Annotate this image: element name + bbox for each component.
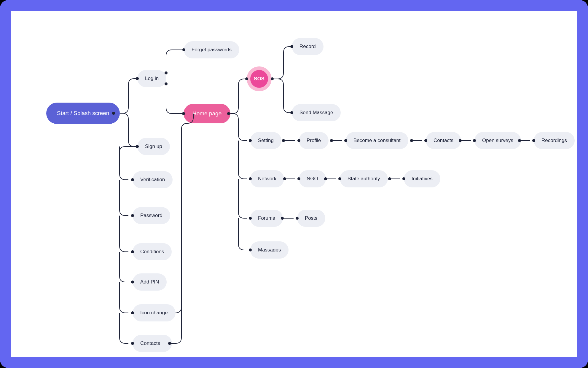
port-dot xyxy=(297,139,300,142)
port-dot xyxy=(410,139,413,142)
port-dot xyxy=(131,250,134,253)
node-network[interactable]: Network xyxy=(250,170,284,187)
node-signup[interactable]: Sign up xyxy=(137,138,170,155)
port-dot xyxy=(168,342,171,345)
node-start[interactable]: Start / Splash screen xyxy=(46,103,120,124)
port-dot xyxy=(249,139,252,142)
node-verification[interactable]: Verification xyxy=(133,171,173,188)
port-dot xyxy=(249,177,252,180)
diagram-canvas: Start / Splash screen Log in Sign up For… xyxy=(11,11,577,357)
node-conditions[interactable]: Conditions xyxy=(133,243,172,260)
node-label: Start / Splash screen xyxy=(57,110,109,117)
port-dot xyxy=(131,214,134,217)
node-label: State authority xyxy=(348,176,380,182)
port-dot xyxy=(182,48,185,51)
port-dot xyxy=(518,139,521,142)
port-dot xyxy=(532,139,535,142)
node-recordings[interactable]: Recordings xyxy=(534,132,575,149)
node-label: NGO xyxy=(307,176,318,182)
port-dot xyxy=(459,139,462,142)
port-dot xyxy=(131,311,134,314)
port-dot xyxy=(344,139,347,142)
port-dot xyxy=(290,111,293,114)
port-dot xyxy=(112,112,115,115)
port-dot xyxy=(165,71,168,74)
node-ngo[interactable]: NGO xyxy=(299,170,326,187)
port-dot xyxy=(245,77,248,80)
port-dot xyxy=(281,217,284,220)
node-label: Posts xyxy=(305,215,318,221)
node-iconchange[interactable]: Icon change xyxy=(133,304,176,321)
node-label: Network xyxy=(258,176,276,182)
node-contacts-setting[interactable]: Contacts xyxy=(426,132,461,149)
port-dot xyxy=(283,177,286,180)
connectors-extra xyxy=(11,11,577,357)
node-profile[interactable]: Profile xyxy=(299,132,329,149)
node-label: Massages xyxy=(258,247,281,253)
port-dot xyxy=(227,112,230,115)
port-dot xyxy=(136,77,139,80)
node-label: Record xyxy=(299,44,316,50)
node-label: Forget passwords xyxy=(192,47,232,53)
port-dot xyxy=(249,248,252,251)
node-open-surveys[interactable]: Open surveys xyxy=(474,132,521,149)
node-massages[interactable]: Massages xyxy=(250,241,289,259)
port-dot xyxy=(131,281,134,283)
port-dot xyxy=(338,177,341,180)
port-dot xyxy=(165,82,168,85)
node-label: SOS xyxy=(254,76,264,82)
port-dot xyxy=(296,217,299,220)
node-addpin[interactable]: Add PIN xyxy=(133,273,167,291)
port-dot xyxy=(271,77,274,80)
node-label: Verification xyxy=(140,177,165,183)
sos-inner: SOS xyxy=(250,70,268,88)
node-label: Become a consultant xyxy=(353,138,401,144)
port-dot xyxy=(388,177,391,180)
port-dot xyxy=(290,45,293,48)
port-dot xyxy=(249,217,252,220)
node-forgot[interactable]: Forget passwords xyxy=(184,41,239,58)
node-setting[interactable]: Setting xyxy=(250,132,281,149)
diagram-frame: Start / Splash screen Log in Sign up For… xyxy=(0,0,588,368)
port-dot xyxy=(330,139,333,142)
port-dot xyxy=(297,177,300,180)
port-dot xyxy=(473,139,476,142)
node-password[interactable]: Password xyxy=(133,207,170,224)
node-label: Sign up xyxy=(145,144,162,149)
port-dot xyxy=(182,112,185,115)
node-label: Forums xyxy=(258,215,275,221)
port-dot xyxy=(131,342,134,345)
port-dot xyxy=(131,178,134,181)
port-dot xyxy=(424,139,427,142)
node-home[interactable]: Home page xyxy=(184,104,230,123)
node-label: Icon change xyxy=(140,310,168,316)
node-label: Contacts xyxy=(434,138,453,144)
node-contacts-signup[interactable]: Contacts xyxy=(133,335,172,352)
node-record[interactable]: Record xyxy=(292,38,324,55)
node-forums[interactable]: Forums xyxy=(250,210,283,227)
node-posts[interactable]: Posts xyxy=(297,210,325,227)
node-label: Setting xyxy=(258,138,274,144)
node-label: Home page xyxy=(192,110,222,117)
node-login[interactable]: Log in xyxy=(137,70,166,87)
port-dot xyxy=(282,139,285,142)
node-label: Initiatives xyxy=(412,176,433,182)
node-label: Password xyxy=(140,213,162,219)
connectors xyxy=(11,11,577,357)
node-label: Profile xyxy=(307,138,321,144)
node-label: Conditions xyxy=(140,249,164,255)
node-label: Open surveys xyxy=(482,138,513,144)
port-dot xyxy=(324,177,327,180)
node-label: Send Massage xyxy=(299,110,333,116)
node-initiatives[interactable]: Initiatives xyxy=(404,170,440,187)
node-label: Recordings xyxy=(541,138,567,144)
node-send-message[interactable]: Send Massage xyxy=(292,104,341,121)
node-label: Contacts xyxy=(140,340,160,346)
node-state-authority[interactable]: State authority xyxy=(340,170,388,187)
node-become-consultant[interactable]: Become a consultant xyxy=(346,132,408,149)
port-dot xyxy=(136,145,139,148)
node-label: Log in xyxy=(145,76,159,82)
port-dot xyxy=(402,177,405,180)
node-sos[interactable]: SOS xyxy=(247,66,272,91)
node-label: Add PIN xyxy=(140,279,159,285)
